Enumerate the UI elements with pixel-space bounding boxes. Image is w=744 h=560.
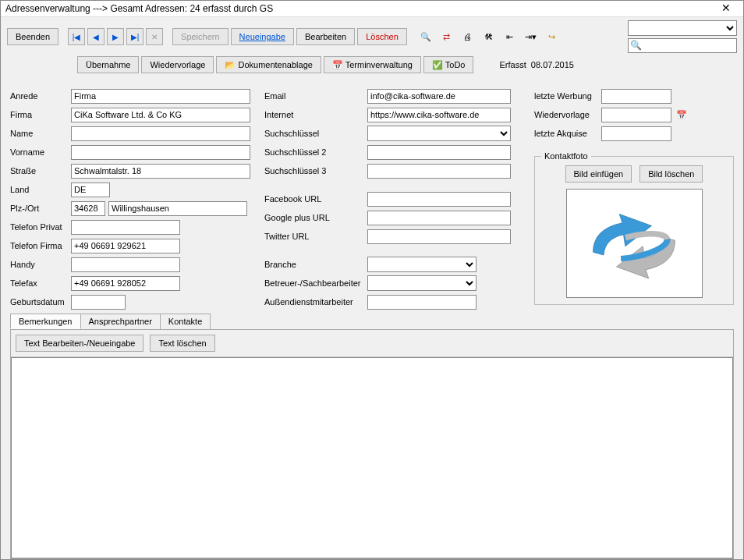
nav-first-icon[interactable]: |◀ [68,28,85,45]
googleplus-input[interactable] [367,211,511,225]
nav-prev-icon[interactable]: ◀ [87,28,105,45]
geburtsdatum-label: Geburtsdatum [10,297,68,307]
kontaktfoto-group: Kontaktfoto Bild einfügen Bild löschen [534,151,734,305]
betreuer-label: Betreuer-/Sachbearbeiter [264,278,364,288]
export-icon[interactable]: ⇥▾ [522,28,540,45]
plzort-label: Plz-/Ort [10,204,68,213]
letzte-werbung-label: letzte Werbung [534,91,598,101]
tel-firma-label: Telefon Firma [10,241,68,250]
letzte-werbung-input[interactable] [601,89,671,104]
tel-firma-input[interactable] [71,239,180,253]
calendar-picker-icon[interactable]: 📅 [675,110,689,120]
anrede-label: Anrede [10,91,68,101]
geburtsdatum-input[interactable] [71,295,126,310]
uebernahme-button[interactable]: Übernahme [77,56,139,73]
internet-label: Internet [264,110,364,119]
aussendienst-label: Außendienstmitarbeiter [264,297,364,307]
tools-icon[interactable]: 🛠 [480,28,498,45]
such3-label: Suchschlüssel 3 [264,166,364,175]
letzte-akquise-input[interactable] [601,126,671,141]
branche-label: Branche [264,260,364,269]
tab-bemerkungen[interactable]: Bemerkungen [10,314,81,329]
nav-next-icon[interactable]: ▶ [107,28,124,45]
such3-input[interactable] [367,164,511,179]
name-label: Name [10,129,68,138]
address-column: Anrede Firma Name Vorname Straße Land Pl… [10,87,252,310]
email-label: Email [264,91,364,101]
window-title: Adressenverwaltung ---> Gesamt Adressen:… [5,3,714,14]
telefax-input[interactable] [71,276,180,291]
such1-select[interactable] [367,126,511,141]
such2-input[interactable] [367,145,511,160]
strasse-input[interactable] [71,164,250,179]
speichern-button: Speichern [172,28,229,45]
googleplus-label: Google plus URL [264,213,364,222]
plz-input[interactable] [71,201,105,216]
bild-loeschen-button[interactable]: Bild löschen [639,165,703,183]
wiedervorlage-date-input[interactable] [601,108,671,122]
todo-button[interactable]: ✅ ToDo [423,56,474,73]
contact-column: Email Internet Suchschlüssel Suchschlüss… [264,87,522,310]
anrede-input[interactable] [71,89,250,104]
search-input[interactable] [628,38,737,53]
facebook-label: Facebook URL [264,194,364,204]
tab-kontakte[interactable]: Kontakte [160,314,211,329]
goto-icon[interactable]: ↪ [543,28,562,45]
titlebar: Adressenverwaltung ---> Gesamt Adressen:… [1,1,743,17]
import-icon[interactable]: ⇤ [501,28,519,45]
kontaktfoto-image [566,189,703,298]
wiedervorlage-date-label: Wiedervorlage [534,110,598,119]
land-input[interactable] [71,183,110,197]
tel-privat-input[interactable] [71,220,180,235]
loeschen-button[interactable]: Löschen [357,28,407,45]
letzte-akquise-label: letzte Akquise [534,129,598,138]
right-column: letzte Werbung Wiedervorlage📅 letzte Akq… [534,87,734,310]
branche-select[interactable] [367,257,477,272]
ort-input[interactable] [108,201,247,216]
nav-last-icon[interactable]: ▶| [126,28,143,45]
facebook-input[interactable] [367,192,511,207]
check-icon: ✅ [432,60,443,69]
tab-body: Text Bearbeiten-/Neueingabe Text löschen [10,329,734,559]
erfasst-label: Erfasst 08.07.2015 [499,60,573,69]
betreuer-select[interactable] [367,275,477,291]
aussendienst-input[interactable] [367,295,477,310]
text-loeschen-button[interactable]: Text löschen [150,335,214,352]
land-label: Land [10,185,68,194]
text-bearbeiten-button[interactable]: Text Bearbeiten-/Neueingabe [16,335,143,352]
kontaktfoto-legend: Kontaktfoto [541,151,591,161]
nav-cancel-icon: ✕ [146,28,163,45]
zoom-icon[interactable]: 🔍 [416,28,435,45]
strasse-label: Straße [10,166,68,175]
main-window: Adressenverwaltung ---> Gesamt Adressen:… [0,0,744,560]
folder-icon: 📂 [225,60,236,69]
tab-ansprechpartner[interactable]: Ansprechpartner [80,314,161,329]
bearbeiten-button[interactable]: Bearbeiten [296,28,355,45]
firma-label: Firma [10,110,68,119]
tel-privat-label: Telefon Privat [10,222,68,232]
close-icon[interactable]: ✕ [714,1,739,16]
email-input[interactable] [367,89,511,104]
print-icon[interactable]: 🖨 [459,28,477,45]
internet-input[interactable] [367,108,511,122]
filter-combo[interactable] [628,20,737,36]
tab-strip: Bemerkungen Ansprechpartner Kontakte [10,314,734,329]
form-area: Anrede Firma Name Vorname Straße Land Pl… [1,81,743,310]
handy-label: Handy [10,260,68,269]
bemerkungen-textarea[interactable] [11,357,733,558]
bild-einfuegen-button[interactable]: Bild einfügen [565,165,632,183]
such1-label: Suchschlüssel [264,129,364,138]
vorname-input[interactable] [71,145,250,160]
calendar-icon: 📅 [332,60,343,69]
name-input[interactable] [71,126,250,141]
firma-input[interactable] [71,108,250,122]
handy-input[interactable] [71,257,180,272]
twitter-input[interactable] [367,229,511,244]
link-icon[interactable]: ⇄ [438,28,456,45]
wiedervorlage-button[interactable]: Wiedervorlage [141,56,214,73]
recycle-arrows-icon [576,197,693,290]
terminverwaltung-button[interactable]: 📅 Terminverwaltung [324,56,421,73]
dokumentenablage-button[interactable]: 📂 Dokumentenablage [216,56,321,73]
neueingabe-button[interactable]: Neueingabe [231,28,294,45]
beenden-button[interactable]: Beenden [7,28,58,45]
